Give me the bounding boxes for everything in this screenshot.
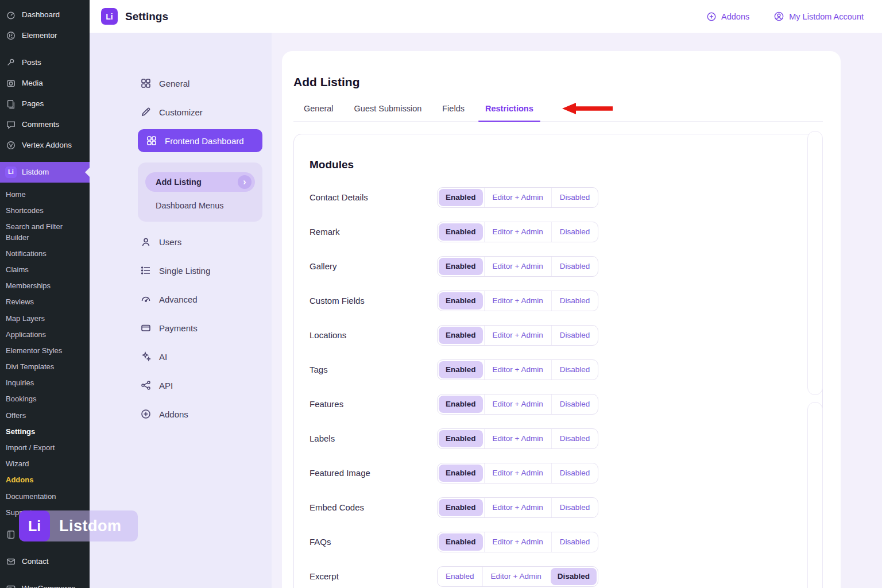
grid-icon [140, 78, 152, 89]
module-option-enabled[interactable]: Enabled [439, 430, 483, 447]
settings-nav-api[interactable]: API [138, 374, 262, 397]
tab-fields[interactable]: Fields [432, 104, 475, 121]
settings-nav-ai[interactable]: AI [138, 345, 262, 368]
module-option-disabled[interactable]: Disabled [551, 360, 598, 380]
wp-submenu-item-documentation[interactable]: Documentation [0, 489, 90, 505]
module-option-disabled[interactable]: Disabled [551, 326, 598, 345]
book-icon [5, 529, 17, 540]
module-option-enabled[interactable]: Enabled [439, 465, 483, 482]
module-option-disabled[interactable]: Disabled [551, 463, 598, 483]
subnav-add-listing[interactable]: Add Listing › [145, 172, 255, 192]
wp-submenu-item-import-export[interactable]: Import / Export [0, 440, 90, 456]
settings-nav-frontend-dashboard[interactable]: Frontend Dashboard [138, 129, 262, 152]
module-option-enabled[interactable]: Enabled [439, 499, 483, 516]
wp-submenu-item-elementor-styles[interactable]: Elementor Styles [0, 343, 90, 359]
module-option-disabled[interactable]: Disabled [551, 394, 598, 414]
addons-link[interactable]: Addons [706, 11, 749, 22]
sidebar-item-vertex-addons[interactable]: Vertex Addons [0, 135, 90, 156]
sidebar-item-elementor[interactable]: Elementor [0, 25, 90, 46]
settings-nav-addons[interactable]: Addons [138, 403, 262, 425]
wp-submenu-item-home[interactable]: Home [0, 187, 90, 203]
settings-nav-label: General [159, 79, 189, 88]
module-option-editor-admin[interactable]: Editor + Admin [482, 567, 550, 586]
scrollbar-thumb[interactable] [807, 402, 823, 588]
module-option-enabled[interactable]: Enabled [439, 533, 483, 551]
module-option-enabled[interactable]: Enabled [439, 327, 483, 344]
settings-nav-single-listing[interactable]: Single Listing [138, 259, 262, 282]
sidebar-item-pages[interactable]: Pages [0, 94, 90, 114]
module-option-editor-admin[interactable]: Editor + Admin [484, 498, 551, 517]
module-option-editor-admin[interactable]: Editor + Admin [484, 429, 551, 448]
settings-nav-label: Payments [159, 323, 198, 333]
settings-nav-label: Customizer [159, 107, 203, 117]
wp-submenu-item-settings[interactable]: Settings [0, 424, 90, 440]
wp-submenu-item-wizard[interactable]: Wizard [0, 456, 90, 472]
sidebar-item-comments[interactable]: Comments [0, 114, 90, 135]
wp-submenu-item-shortcodes[interactable]: Shortcodes [0, 203, 90, 219]
module-option-editor-admin[interactable]: Editor + Admin [484, 257, 551, 276]
module-option-disabled[interactable]: Disabled [551, 568, 597, 585]
module-option-disabled[interactable]: Disabled [551, 429, 598, 448]
settings-nav-users[interactable]: Users [138, 230, 262, 253]
scrollbar-thumb[interactable] [807, 131, 823, 395]
module-option-enabled[interactable]: Enabled [439, 189, 483, 206]
wp-submenu-item-divi-templates[interactable]: Divi Templates [0, 359, 90, 375]
account-link[interactable]: My Listdom Account [773, 11, 864, 22]
module-option-enabled[interactable]: Enabled [439, 396, 483, 413]
wp-submenu-item-inquiries[interactable]: Inquiries [0, 375, 90, 391]
wp-submenu-item-offers[interactable]: Offers [0, 408, 90, 424]
list-icon [140, 265, 152, 276]
module-option-enabled[interactable]: Enabled [439, 258, 483, 275]
sidebar-item-label: WooCommerce [22, 584, 76, 588]
module-option-enabled[interactable]: Enabled [439, 223, 483, 241]
subnav-dashboard-menus[interactable]: Dashboard Menus [145, 201, 255, 210]
sidebar-item-media[interactable]: Media [0, 73, 90, 94]
module-option-disabled[interactable]: Disabled [551, 188, 598, 207]
module-option-disabled[interactable]: Disabled [551, 257, 598, 276]
tab-guest-submission[interactable]: Guest Submission [344, 104, 432, 121]
module-option-editor-admin[interactable]: Editor + Admin [484, 326, 551, 345]
sidebar-item-dashboard[interactable]: Dashboard [0, 5, 90, 25]
plus-circle-icon [706, 11, 717, 22]
settings-nav-general[interactable]: General [138, 72, 262, 95]
module-option-enabled[interactable]: Enabled [439, 361, 483, 378]
module-row: Custom Fields EnabledEditor + AdminDisab… [310, 284, 807, 318]
settings-nav-advanced[interactable]: Advanced [138, 288, 262, 311]
settings-nav-payments[interactable]: Payments [138, 316, 262, 339]
wp-submenu-item-reviews[interactable]: Reviews [0, 294, 90, 310]
sidebar-item-listdom[interactable]: Li Listdom [0, 162, 90, 183]
module-option-enabled[interactable]: Enabled [439, 292, 483, 310]
wp-submenu-item-search-and-filter-builder[interactable]: Search and Filter Builder [0, 219, 90, 245]
module-option-editor-admin[interactable]: Editor + Admin [484, 463, 551, 483]
module-option-disabled[interactable]: Disabled [551, 222, 598, 242]
wp-submenu-item-claims[interactable]: Claims [0, 262, 90, 278]
addons-link-label: Addons [721, 12, 749, 21]
wp-submenu-item-map-layers[interactable]: Map Layers [0, 311, 90, 327]
wp-submenu-item-notifications[interactable]: Notifications [0, 246, 90, 262]
module-option-editor-admin[interactable]: Editor + Admin [484, 222, 551, 242]
module-option-editor-admin[interactable]: Editor + Admin [484, 188, 551, 207]
module-option-disabled[interactable]: Disabled [551, 498, 598, 517]
sidebar-item-posts[interactable]: Posts [0, 52, 90, 73]
module-option-disabled[interactable]: Disabled [551, 532, 598, 552]
module-option-editor-admin[interactable]: Editor + Admin [484, 532, 551, 552]
subnav-label: Add Listing [156, 177, 202, 187]
module-option-editor-admin[interactable]: Editor + Admin [484, 291, 551, 311]
module-label: Custom Fields [310, 296, 437, 305]
sidebar-item-contact[interactable]: Contact [0, 551, 90, 572]
wp-submenu-item-memberships[interactable]: Memberships [0, 278, 90, 294]
wp-submenu-item-bookings[interactable]: Bookings [0, 391, 90, 407]
module-option-enabled[interactable]: Enabled [438, 567, 482, 586]
settings-nav-label: API [159, 381, 173, 390]
tab-general[interactable]: General [293, 104, 344, 121]
sidebar-item-woocommerce[interactable]: WooCommerce [0, 578, 90, 588]
module-label: Features [310, 399, 437, 409]
module-option-editor-admin[interactable]: Editor + Admin [484, 394, 551, 414]
module-option-disabled[interactable]: Disabled [551, 291, 598, 311]
wp-submenu-item-applications[interactable]: Applications [0, 327, 90, 343]
settings-nav-customizer[interactable]: Customizer [138, 100, 262, 123]
module-row: Locations EnabledEditor + AdminDisabled [310, 318, 807, 353]
tab-restrictions[interactable]: Restrictions [475, 104, 544, 121]
module-option-editor-admin[interactable]: Editor + Admin [484, 360, 551, 380]
wp-submenu-item-addons[interactable]: Addons [0, 472, 90, 488]
